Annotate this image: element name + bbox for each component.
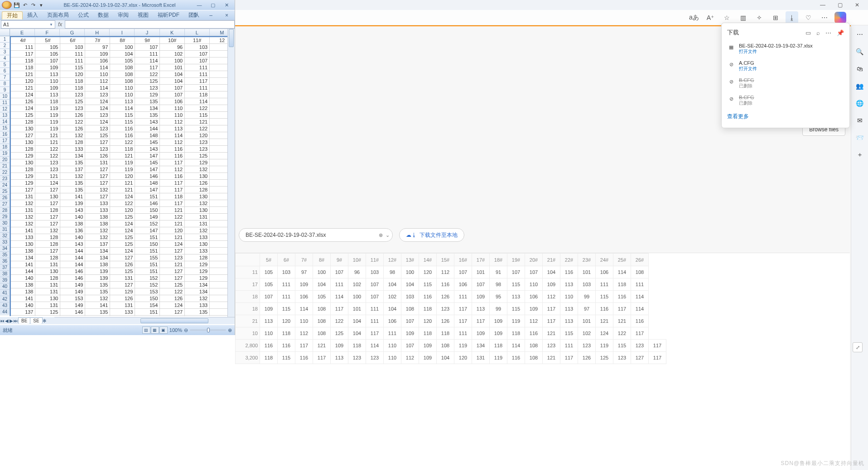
col-header[interactable]: 10#: [348, 254, 366, 266]
cell[interactable]: 125: [110, 234, 135, 241]
col-header[interactable]: 8#: [313, 254, 331, 266]
cell[interactable]: 114: [331, 291, 348, 303]
cell[interactable]: 107: [366, 278, 384, 291]
cell[interactable]: 123: [578, 340, 596, 352]
cell[interactable]: 131: [10, 207, 35, 214]
cell[interactable]: 114: [366, 340, 384, 352]
cell[interactable]: 109: [35, 64, 60, 71]
cell[interactable]: 121: [35, 139, 60, 146]
cell[interactable]: 109: [331, 340, 348, 352]
cell[interactable]: 115: [560, 327, 578, 340]
cell[interactable]: 123: [135, 85, 160, 91]
cell[interactable]: 114: [507, 340, 525, 352]
cell[interactable]: 131: [35, 261, 60, 268]
cell[interactable]: 144: [10, 268, 35, 275]
cell[interactable]: 106: [525, 291, 543, 303]
cell[interactable]: 148: [135, 316, 160, 317]
cell[interactable]: 118: [419, 303, 437, 315]
web-sheet-table[interactable]: 5#6#7#8#9#10#11#12#13#14#15#16#17#18#19#…: [235, 253, 666, 364]
cell[interactable]: 127: [160, 248, 185, 254]
cell[interactable]: 131: [185, 214, 210, 221]
cell[interactable]: 111: [60, 51, 85, 58]
cell[interactable]: 114: [110, 105, 135, 112]
cell[interactable]: 104: [348, 315, 366, 327]
file-chip[interactable]: BE-SE-2024-02-19-19-02-37.xlsx ⊗ ⌄: [239, 228, 393, 242]
cell[interactable]: 115: [419, 278, 437, 291]
open-folder-icon[interactable]: ▭: [805, 29, 811, 36]
cell[interactable]: 115: [185, 112, 210, 119]
col-header[interactable]: 15#: [437, 254, 454, 266]
cell[interactable]: 137: [10, 309, 35, 316]
view-normal-icon[interactable]: ▤: [142, 326, 150, 334]
cell[interactable]: 126: [60, 112, 85, 119]
row-label[interactable]: 18: [236, 291, 260, 303]
undo-icon[interactable]: ↶: [22, 2, 28, 8]
cell[interactable]: 117: [472, 315, 490, 327]
cell[interactable]: 103: [401, 291, 419, 303]
cell[interactable]: 116: [525, 327, 543, 340]
cell[interactable]: 117: [613, 303, 631, 315]
cell[interactable]: 116: [260, 340, 278, 352]
row-header[interactable]: 18: [0, 144, 10, 150]
cell[interactable]: 110: [35, 78, 60, 85]
row-header[interactable]: 32: [0, 233, 10, 239]
cell[interactable]: 116: [437, 278, 454, 291]
cell[interactable]: 108: [525, 352, 543, 364]
cell[interactable]: 127: [85, 166, 110, 173]
cell[interactable]: 120: [10, 78, 35, 85]
cell[interactable]: 134: [185, 288, 210, 295]
col-header[interactable]: 7#: [295, 254, 313, 266]
maximize-button[interactable]: ▢: [207, 1, 219, 9]
cell[interactable]: 147: [135, 227, 160, 234]
cell[interactable]: 111: [596, 278, 613, 291]
view-pagelayout-icon[interactable]: ▦: [151, 326, 159, 334]
cell[interactable]: 124: [85, 105, 110, 112]
cell[interactable]: 135: [85, 282, 110, 288]
name-box-dropdown-icon[interactable]: ▼: [49, 23, 53, 27]
cell[interactable]: 144: [60, 254, 85, 261]
close-button[interactable]: ✕: [849, 0, 865, 10]
row-header[interactable]: 21: [0, 163, 10, 169]
row-header[interactable]: 29: [0, 214, 10, 220]
cell[interactable]: 116: [160, 173, 185, 180]
cell[interactable]: 127: [160, 309, 185, 316]
cell[interactable]: 120: [60, 71, 85, 78]
cell[interactable]: 135: [60, 159, 85, 166]
cell[interactable]: 133: [185, 302, 210, 309]
col-header[interactable]: 14#: [419, 254, 437, 266]
cell[interactable]: 133: [110, 309, 135, 316]
cell[interactable]: 115: [507, 303, 525, 315]
cell[interactable]: 120: [110, 173, 135, 180]
cell[interactable]: 125: [160, 282, 185, 288]
cell[interactable]: 107: [366, 291, 384, 303]
cell[interactable]: 127: [160, 268, 185, 275]
collections-icon[interactable]: ✧: [753, 11, 766, 24]
row-label[interactable]: 18: [236, 303, 260, 315]
download-subtext[interactable]: 打开文件: [739, 66, 844, 72]
cell[interactable]: 117: [160, 200, 185, 207]
col-header[interactable]: 16#: [454, 254, 472, 266]
cell[interactable]: 124: [110, 193, 135, 200]
cell[interactable]: 117: [649, 340, 666, 352]
cell[interactable]: 91: [490, 266, 507, 278]
row-label[interactable]: 2,800: [236, 340, 260, 352]
cell[interactable]: 135: [135, 112, 160, 119]
row-header[interactable]: 26: [0, 195, 10, 201]
cell[interactable]: 125: [110, 268, 135, 275]
cell[interactable]: 106: [160, 98, 185, 105]
row-header[interactable]: 35: [0, 252, 10, 258]
cell[interactable]: 113: [507, 291, 525, 303]
cell[interactable]: 127: [35, 248, 60, 254]
cell[interactable]: 128: [10, 166, 35, 173]
cell[interactable]: 130: [10, 159, 35, 166]
cell[interactable]: 124: [110, 221, 135, 227]
ribbon-close-icon[interactable]: ×: [221, 12, 233, 19]
cell[interactable]: 131: [35, 288, 60, 295]
row-header[interactable]: 1: [0, 36, 10, 43]
cell[interactable]: 117: [454, 303, 472, 315]
cell[interactable]: 155: [135, 254, 160, 261]
cell[interactable]: 108: [631, 266, 649, 278]
cell[interactable]: 107: [331, 266, 348, 278]
cell[interactable]: 127: [35, 221, 60, 227]
cell[interactable]: 99: [490, 303, 507, 315]
